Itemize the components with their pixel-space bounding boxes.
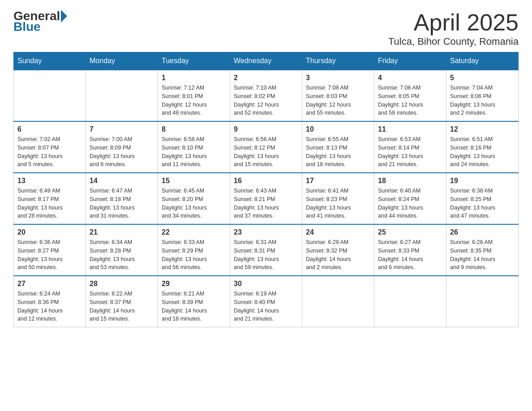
day-number: 4 [378, 74, 442, 82]
day-number: 9 [234, 125, 298, 133]
day-cell-17: 17Sunrise: 6:41 AMSunset: 8:23 PMDayligh… [302, 173, 374, 224]
col-header-thursday: Thursday [302, 52, 374, 70]
day-number: 22 [162, 228, 226, 236]
week-row-2: 6Sunrise: 7:02 AMSunset: 8:07 PMDaylight… [14, 121, 519, 173]
week-row-1: 1Sunrise: 7:12 AMSunset: 8:01 PMDaylight… [14, 70, 519, 121]
empty-cell [14, 70, 86, 121]
day-cell-9: 9Sunrise: 6:56 AMSunset: 8:12 PMDaylight… [230, 121, 302, 173]
day-info: Sunrise: 6:58 AMSunset: 8:10 PMDaylight:… [162, 135, 226, 169]
day-info: Sunrise: 6:34 AMSunset: 8:28 PMDaylight:… [90, 238, 154, 272]
day-info: Sunrise: 6:51 AMSunset: 8:16 PMDaylight:… [450, 135, 515, 169]
day-cell-12: 12Sunrise: 6:51 AMSunset: 8:16 PMDayligh… [446, 121, 519, 173]
day-cell-10: 10Sunrise: 6:55 AMSunset: 8:13 PMDayligh… [302, 121, 374, 173]
week-row-3: 13Sunrise: 6:49 AMSunset: 8:17 PMDayligh… [14, 173, 519, 224]
day-number: 21 [90, 228, 154, 236]
day-number: 19 [450, 177, 515, 185]
day-number: 6 [17, 125, 82, 133]
day-number: 3 [306, 74, 370, 82]
day-number: 24 [306, 228, 370, 236]
day-cell-25: 25Sunrise: 6:27 AMSunset: 8:33 PMDayligh… [374, 224, 446, 276]
day-info: Sunrise: 6:56 AMSunset: 8:12 PMDaylight:… [234, 135, 298, 169]
day-cell-28: 28Sunrise: 6:22 AMSunset: 8:37 PMDayligh… [86, 276, 158, 327]
day-info: Sunrise: 7:10 AMSunset: 8:02 PMDaylight:… [234, 84, 298, 117]
day-cell-29: 29Sunrise: 6:21 AMSunset: 8:39 PMDayligh… [158, 276, 230, 327]
day-number: 25 [378, 228, 442, 236]
day-info: Sunrise: 6:26 AMSunset: 8:35 PMDaylight:… [450, 238, 515, 272]
day-cell-13: 13Sunrise: 6:49 AMSunset: 8:17 PMDayligh… [14, 173, 86, 224]
day-info: Sunrise: 6:33 AMSunset: 8:29 PMDaylight:… [162, 238, 226, 272]
col-header-monday: Monday [86, 52, 158, 70]
empty-cell [446, 276, 519, 327]
day-info: Sunrise: 7:04 AMSunset: 8:06 PMDaylight:… [450, 84, 515, 117]
day-number: 10 [306, 125, 370, 133]
week-row-4: 20Sunrise: 6:36 AMSunset: 8:27 PMDayligh… [14, 224, 519, 276]
day-cell-8: 8Sunrise: 6:58 AMSunset: 8:10 PMDaylight… [158, 121, 230, 173]
day-info: Sunrise: 6:53 AMSunset: 8:14 PMDaylight:… [378, 135, 442, 169]
day-cell-14: 14Sunrise: 6:47 AMSunset: 8:18 PMDayligh… [86, 173, 158, 224]
day-number: 5 [450, 74, 515, 82]
title-section: April 2025 Tulca, Bihor County, Romania [388, 9, 519, 47]
day-info: Sunrise: 6:31 AMSunset: 8:31 PMDaylight:… [234, 238, 298, 272]
day-cell-23: 23Sunrise: 6:31 AMSunset: 8:31 PMDayligh… [230, 224, 302, 276]
empty-cell [302, 276, 374, 327]
day-cell-27: 27Sunrise: 6:24 AMSunset: 8:36 PMDayligh… [14, 276, 86, 327]
month-title: April 2025 [388, 9, 519, 36]
day-cell-18: 18Sunrise: 6:40 AMSunset: 8:24 PMDayligh… [374, 173, 446, 224]
day-number: 11 [378, 125, 442, 133]
day-cell-16: 16Sunrise: 6:43 AMSunset: 8:21 PMDayligh… [230, 173, 302, 224]
day-info: Sunrise: 7:08 AMSunset: 8:03 PMDaylight:… [306, 84, 370, 117]
day-number: 8 [162, 125, 226, 133]
day-cell-6: 6Sunrise: 7:02 AMSunset: 8:07 PMDaylight… [14, 121, 86, 173]
day-number: 18 [378, 177, 442, 185]
day-number: 2 [234, 74, 298, 82]
day-info: Sunrise: 6:21 AMSunset: 8:39 PMDaylight:… [162, 290, 226, 323]
logo-blue-text: Blue [13, 20, 41, 34]
day-cell-26: 26Sunrise: 6:26 AMSunset: 8:35 PMDayligh… [446, 224, 519, 276]
logo-arrow-icon [61, 10, 67, 22]
day-info: Sunrise: 7:06 AMSunset: 8:05 PMDaylight:… [378, 84, 442, 117]
col-header-saturday: Saturday [446, 52, 519, 70]
day-info: Sunrise: 7:12 AMSunset: 8:01 PMDaylight:… [162, 84, 226, 117]
day-number: 27 [17, 280, 82, 288]
col-header-wednesday: Wednesday [230, 52, 302, 70]
day-info: Sunrise: 6:38 AMSunset: 8:25 PMDaylight:… [450, 187, 515, 220]
day-info: Sunrise: 6:27 AMSunset: 8:33 PMDaylight:… [378, 238, 442, 272]
day-cell-2: 2Sunrise: 7:10 AMSunset: 8:02 PMDaylight… [230, 70, 302, 121]
empty-cell [374, 276, 446, 327]
page-header: General Blue April 2025 Tulca, Bihor Cou… [13, 9, 519, 47]
day-number: 14 [90, 177, 154, 185]
day-number: 13 [17, 177, 82, 185]
day-info: Sunrise: 6:40 AMSunset: 8:24 PMDaylight:… [378, 187, 442, 220]
empty-cell [86, 70, 158, 121]
day-cell-7: 7Sunrise: 7:00 AMSunset: 8:09 PMDaylight… [86, 121, 158, 173]
day-number: 23 [234, 228, 298, 236]
day-info: Sunrise: 6:41 AMSunset: 8:23 PMDaylight:… [306, 187, 370, 220]
day-cell-3: 3Sunrise: 7:08 AMSunset: 8:03 PMDaylight… [302, 70, 374, 121]
day-number: 15 [162, 177, 226, 185]
col-header-tuesday: Tuesday [158, 52, 230, 70]
day-cell-21: 21Sunrise: 6:34 AMSunset: 8:28 PMDayligh… [86, 224, 158, 276]
day-number: 28 [90, 280, 154, 288]
day-info: Sunrise: 6:47 AMSunset: 8:18 PMDaylight:… [90, 187, 154, 220]
day-info: Sunrise: 6:36 AMSunset: 8:27 PMDaylight:… [17, 238, 82, 272]
calendar-table: SundayMondayTuesdayWednesdayThursdayFrid… [13, 52, 519, 327]
day-info: Sunrise: 6:55 AMSunset: 8:13 PMDaylight:… [306, 135, 370, 169]
day-cell-30: 30Sunrise: 6:19 AMSunset: 8:40 PMDayligh… [230, 276, 302, 327]
day-number: 29 [162, 280, 226, 288]
day-number: 20 [17, 228, 82, 236]
day-info: Sunrise: 7:02 AMSunset: 8:07 PMDaylight:… [17, 135, 82, 169]
day-cell-1: 1Sunrise: 7:12 AMSunset: 8:01 PMDaylight… [158, 70, 230, 121]
day-cell-19: 19Sunrise: 6:38 AMSunset: 8:25 PMDayligh… [446, 173, 519, 224]
col-header-sunday: Sunday [14, 52, 86, 70]
day-number: 7 [90, 125, 154, 133]
day-info: Sunrise: 7:00 AMSunset: 8:09 PMDaylight:… [90, 135, 154, 169]
day-number: 1 [162, 74, 226, 82]
day-info: Sunrise: 6:22 AMSunset: 8:37 PMDaylight:… [90, 290, 154, 323]
day-info: Sunrise: 6:19 AMSunset: 8:40 PMDaylight:… [234, 290, 298, 323]
day-cell-20: 20Sunrise: 6:36 AMSunset: 8:27 PMDayligh… [14, 224, 86, 276]
header-row: SundayMondayTuesdayWednesdayThursdayFrid… [14, 52, 519, 70]
day-number: 30 [234, 280, 298, 288]
day-number: 16 [234, 177, 298, 185]
location-title: Tulca, Bihor County, Romania [388, 36, 519, 47]
day-number: 26 [450, 228, 515, 236]
